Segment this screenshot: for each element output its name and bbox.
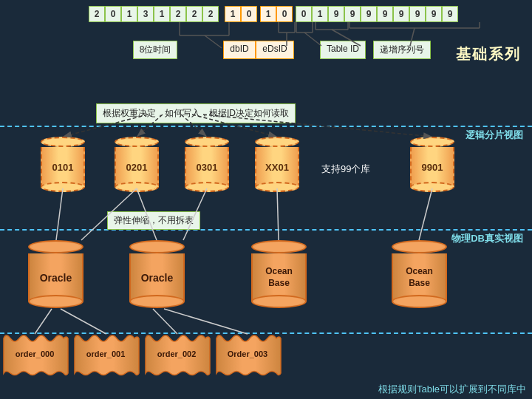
oceanbase1-label: OceanBase — [265, 266, 293, 289]
svg-line-35 — [35, 309, 52, 334]
logic-db-9901-label: 9901 — [422, 162, 443, 173]
bit-3: 3 — [137, 6, 154, 22]
bit-18: 9 — [393, 6, 409, 22]
logic-db-9901: 9901 — [410, 137, 454, 192]
time-label: 8位时间 — [133, 41, 178, 59]
bit-21: 9 — [442, 6, 458, 22]
logic-db-0201-label: 0201 — [126, 162, 148, 173]
bit-6: 2 — [186, 6, 202, 22]
logic-db-0101-label: 0101 — [52, 162, 74, 173]
bit-9: 0 — [241, 6, 257, 22]
svg-text:order_001: order_001 — [86, 349, 126, 358]
table-order-001: order_001 — [71, 332, 141, 386]
table-order-000: order_000 — [0, 332, 70, 386]
svg-text:order_000: order_000 — [16, 349, 55, 358]
svg-line-34 — [419, 188, 432, 240]
bit-4: 1 — [154, 6, 170, 22]
svg-line-29 — [56, 188, 63, 240]
dbid-label: dbID — [223, 41, 255, 59]
bit-11: 0 — [276, 6, 293, 22]
routing-annotation: 根据权重决定，如何写入，根据ID决定如何读取 — [96, 103, 296, 123]
svg-line-36 — [61, 309, 106, 334]
logic-db-0201: 0201 — [115, 137, 159, 192]
oracle2-label: Oracle — [141, 272, 174, 284]
bit-5: 2 — [170, 6, 186, 22]
logic-db-0301-label: 0301 — [197, 162, 218, 173]
logic-db-0301: 0301 — [185, 137, 229, 192]
bit-8: 1 — [225, 6, 241, 22]
bit-20: 9 — [426, 6, 442, 22]
bit-0: 2 — [89, 6, 105, 22]
svg-line-33 — [277, 188, 279, 240]
bottom-note: 根据规则Table可以扩展到不同库中 — [378, 383, 526, 396]
table-order-002: order_002 — [142, 332, 212, 386]
oceanbase2-label: OceanBase — [406, 266, 433, 289]
oracle1-label: Oracle — [40, 272, 72, 284]
phys-db-oracle2: Oracle — [129, 240, 185, 308]
bit-12: 0 — [296, 6, 312, 22]
phys-db-oracle1: Oracle — [28, 240, 83, 308]
svg-line-37 — [153, 309, 177, 334]
bit-13: 1 — [312, 6, 328, 22]
bit-1: 0 — [105, 6, 121, 22]
phys-section-label: 物理DB真实视图 — [449, 231, 526, 247]
svg-line-38 — [164, 309, 248, 334]
bit-17: 9 — [377, 6, 393, 22]
tableid-label: Table ID — [320, 41, 366, 59]
logic-divider-top — [0, 126, 532, 127]
table-order-003: Order_003 — [213, 332, 283, 386]
bit-16: 9 — [361, 6, 377, 22]
sequence-label: 递增序列号 — [373, 41, 431, 59]
phys-db-oceanbase2: OceanBase — [392, 240, 447, 308]
edsid-label: eDsID — [256, 41, 293, 59]
bit-7: 2 — [202, 6, 219, 22]
logic-db-xx01-label: XX01 — [265, 162, 289, 173]
bit-2: 1 — [121, 6, 137, 22]
svg-text:order_002: order_002 — [157, 349, 197, 358]
logic-section-label: 逻辑分片视图 — [463, 127, 526, 143]
logic-db-xx01: XX01 — [255, 137, 299, 192]
phys-db-oceanbase1: OceanBase — [251, 240, 307, 308]
bit-15: 9 — [344, 6, 361, 22]
logic-db-0101: 0101 — [41, 137, 85, 192]
bit-10: 1 — [260, 6, 276, 22]
bit-19: 9 — [409, 6, 426, 22]
support-99-text: 支持99个库 — [321, 163, 370, 176]
bit-14: 9 — [328, 6, 344, 22]
svg-text:Order_003: Order_003 — [228, 349, 267, 358]
elastic-annotation: 弹性伸缩，不用拆表 — [107, 211, 200, 230]
